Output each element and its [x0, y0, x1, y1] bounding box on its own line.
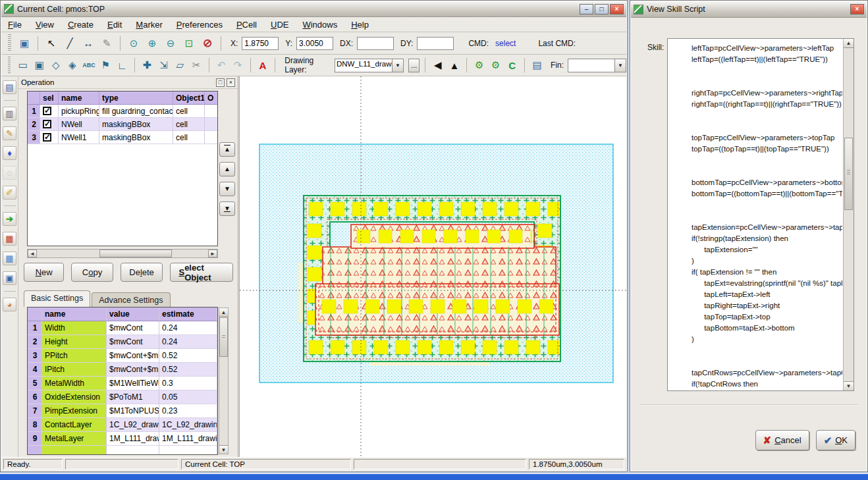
settings-row[interactable]: 2 Height $mwCont 0.24 — [28, 335, 217, 349]
select-object-button[interactable]: Select Object — [170, 263, 233, 282]
move-tool-icon[interactable]: ✚ — [140, 57, 154, 73]
drawing-layer-dropdown-icon[interactable]: ▼ — [393, 59, 404, 72]
script-vscrollbar[interactable]: ▲ ▼ — [843, 39, 854, 390]
stretch-tool-icon[interactable]: ⇲ — [157, 57, 171, 73]
y-input[interactable] — [296, 37, 333, 50]
scroll-down-icon[interactable]: ▼ — [219, 445, 228, 454]
mirror-horizontal-icon[interactable]: ▲ — [447, 57, 461, 73]
stop-icon[interactable]: ⊘ — [200, 36, 215, 51]
script-scroll-thumb[interactable] — [844, 138, 853, 210]
checkbox-checked-icon[interactable]: ✓ — [43, 133, 51, 142]
pencil-tool-icon[interactable]: ✎ — [99, 36, 115, 51]
settings-row[interactable]: 3 PPitch $mwCont+$ms( 0.52 — [28, 349, 217, 363]
rectangle-tool-icon[interactable]: ▭ — [16, 57, 30, 73]
redo-icon[interactable]: ↷ — [231, 57, 245, 73]
polygon-tool-icon[interactable]: ◇ — [49, 57, 63, 73]
property-list-icon[interactable]: ▥ — [3, 107, 16, 120]
erase-tool-icon[interactable]: ✂ — [190, 57, 203, 73]
line-tool-icon[interactable]: ╱ — [62, 36, 78, 51]
toolbar-grip[interactable] — [8, 57, 11, 74]
drawing-layer-combo[interactable]: DNW_L11_drawir ▼ — [335, 59, 404, 72]
tab-basic-settings[interactable]: Basic Settings — [24, 290, 90, 307]
annotate-icon[interactable]: A — [256, 57, 269, 73]
text-tool-icon[interactable]: ABC — [82, 57, 96, 73]
drawing-layer-value[interactable]: DNW_L11_drawir — [335, 59, 393, 72]
settings-row[interactable]: 6 OxideExtension $PoToM1 0.05 — [28, 390, 217, 404]
hierarchy-icon[interactable]: ♦ — [3, 146, 16, 160]
skill-titlebar[interactable]: View Skill Script × — [631, 1, 867, 18]
copy-button[interactable]: Copy — [71, 263, 113, 282]
table-row[interactable]: 3 ✓ NWell1 maskingBBox cell — [28, 131, 217, 144]
table-row[interactable]: 2 ✓ NWell maskingBBox cell — [28, 118, 217, 131]
edit-cell-icon[interactable]: ✎ — [3, 126, 16, 140]
save-icon[interactable]: ▣ — [16, 36, 32, 51]
scroll-right-icon[interactable]: ► — [208, 250, 217, 257]
skill-script-text[interactable]: leftTap=pcCellView~>parameters~>leftTap … — [668, 39, 842, 390]
new-button[interactable]: New — [24, 263, 64, 282]
scroll-left-icon[interactable]: ◄ — [28, 250, 37, 257]
settings-row[interactable]: 5 MetalWidth $M1WellTieWidt 0.3 — [28, 377, 217, 390]
minimize-button[interactable]: – — [580, 4, 593, 14]
rectangle-notch-tool-icon[interactable]: ▣ — [32, 57, 46, 73]
path-tool-icon[interactable]: ∟ — [115, 57, 129, 73]
fin-combo[interactable]: ▼ — [568, 59, 626, 72]
mirror-vertical-icon[interactable]: ◀ — [431, 57, 445, 73]
table-row[interactable]: 1 ✓ pickupRing fill guardring_contact ce… — [28, 105, 217, 118]
scroll-down-icon[interactable]: ▼ — [844, 381, 854, 390]
close-button[interactable]: × — [610, 4, 624, 14]
monitor-icon[interactable]: ▣ — [3, 271, 16, 285]
scroll-up-icon[interactable]: ▲ — [844, 39, 854, 48]
device-contact-rects[interactable] — [315, 225, 559, 335]
dy-input[interactable] — [417, 37, 454, 50]
calendar-icon[interactable]: ▦ — [3, 232, 16, 246]
layout-save-icon[interactable]: ▤ — [530, 57, 544, 73]
move-down-button[interactable]: ▼ — [219, 182, 235, 196]
fin-dropdown-icon[interactable]: ▼ — [615, 59, 626, 72]
cancel-button[interactable]: ✘ Cancel — [755, 430, 809, 450]
delete-button[interactable]: Delete — [121, 263, 163, 282]
menu-create[interactable]: Create — [68, 20, 94, 30]
polygon-notch-tool-icon[interactable]: ◈ — [65, 57, 79, 73]
label-tool-icon[interactable]: ⚑ — [99, 57, 113, 73]
move-top-button[interactable]: ▲ — [219, 142, 235, 157]
compile-icon[interactable]: C — [505, 57, 519, 73]
layer-browse-button[interactable]: ... — [408, 59, 420, 72]
main-titlebar[interactable]: Current Cell: pmos:TOP – □ × — [1, 1, 626, 17]
menu-marker[interactable]: Marker — [136, 20, 162, 30]
menu-preferences[interactable]: Preferences — [176, 20, 223, 30]
menu-ude[interactable]: UDE — [271, 20, 288, 30]
operation-panel-header[interactable]: Operation □ × — [18, 76, 238, 89]
toolbar-grip[interactable] — [8, 34, 11, 51]
menu-edit[interactable]: Edit — [107, 20, 122, 30]
settings-row[interactable]: 4 IPitch $mwCont+$ms( 0.52 — [28, 363, 217, 377]
menu-pcell[interactable]: PCell — [236, 20, 257, 30]
settings-row[interactable]: 7 PimpExtension $M1ToNPLUS 0.23 — [28, 404, 217, 418]
pencil-icon[interactable]: ✐ — [3, 186, 16, 200]
skill-script-textarea[interactable]: leftTap=pcCellView~>parameters~>leftTap … — [667, 38, 854, 391]
panel-close-icon[interactable]: × — [227, 78, 235, 87]
ruler-tool-icon[interactable]: ↔ — [80, 36, 96, 51]
run-arrow-icon[interactable]: ➔ — [3, 212, 16, 226]
zoom-out-icon[interactable]: ⊖ — [163, 36, 178, 51]
report-list-icon[interactable]: ▤ — [3, 80, 16, 94]
vscroll-thumb[interactable] — [219, 317, 228, 357]
menu-view[interactable]: View — [36, 20, 54, 30]
settings-table-vscrollbar[interactable]: ▲ ▼ — [219, 307, 229, 454]
pointer-tool-icon[interactable]: ↖ — [43, 36, 59, 51]
panel-float-icon[interactable]: □ — [216, 78, 225, 87]
move-up-button[interactable]: ▲ — [219, 162, 235, 176]
menu-file[interactable]: File — [8, 20, 22, 30]
scroll-up-icon[interactable]: ▲ — [219, 308, 228, 317]
menu-help[interactable]: Help — [351, 20, 369, 30]
settings-row[interactable]: 8 ContactLayer 1C_L92_drawing 1C_L92_dra… — [28, 418, 217, 432]
menu-windows[interactable]: Windows — [302, 20, 337, 30]
maximize-button[interactable]: □ — [595, 4, 609, 14]
palette-icon[interactable]: ◕ — [3, 298, 16, 311]
taskbar[interactable] — [0, 473, 868, 480]
close-button[interactable]: × — [850, 4, 864, 14]
tab-advance-settings[interactable]: Advance Settings — [92, 292, 170, 307]
settings-row[interactable]: 1 Width $mwCont 0.24 — [28, 321, 217, 335]
selection-area-icon[interactable]: ◌ — [3, 166, 16, 180]
x-input[interactable] — [242, 37, 279, 50]
verify-settings-icon[interactable]: ⚙ — [472, 57, 486, 73]
